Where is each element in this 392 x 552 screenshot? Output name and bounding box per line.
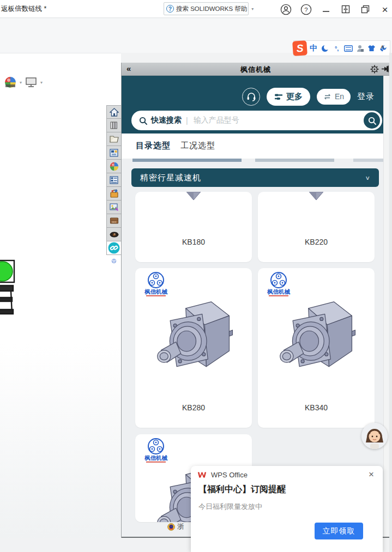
selection-tabs: 目录选型 工况选型 [122,134,383,159]
beian-label: 浙 [177,522,184,531]
ribbon-area: S 中 °, ^ [0,19,392,53]
assistant-avatar[interactable] [361,423,388,449]
product-card-kb220[interactable]: KB220 [258,192,375,262]
keyboard-icon[interactable] [343,43,353,54]
product-card-kb180[interactable]: KB180 [135,192,252,262]
taskpane-tab-custom-properties[interactable] [106,173,122,187]
svg-text:?: ? [304,6,307,13]
sogou-logo-icon[interactable]: S [292,40,307,56]
help-search-box[interactable]: ? 搜索 SOLIDWORKS 帮助 ▾ [164,2,249,15]
language-switch-button[interactable]: En [317,89,351,105]
tab-condition-selection[interactable]: 工况选型 [180,141,215,151]
ribbon-collapse-chevron[interactable]: ^ [381,44,384,52]
wps-popup-title: 【福利中心】订阅提醒 [198,484,286,495]
tile-windows-button[interactable] [339,3,352,16]
more-label: 更多 [286,92,303,102]
taskpane-tab-home[interactable] [106,105,122,119]
taskpane-tab-box-addin[interactable]: BOX [106,214,122,228]
claim-now-button[interactable]: 立即领取 [315,523,363,539]
user-account-button[interactable] [279,3,292,16]
panel-title: 枫信机械 [122,65,390,75]
wps-notification-popup: WPS Office × 【福利中心】订阅提醒 今日福利限量发放中 立即领取 [191,466,383,552]
plugin-header: 更多 En 登录 快速搜索 | 输入产品型号 [122,76,383,134]
taskpane-tab-toolbox[interactable] [106,187,122,201]
category-dropdown[interactable]: 精密行星减速机 ∨ [131,168,379,187]
appearance-sphere-icon[interactable] [4,76,16,88]
chevron-down-icon[interactable]: ▾ [251,7,254,11]
panel-scrollbar-track[interactable] [383,76,389,537]
restore-window-button[interactable] [359,3,372,16]
more-menu-button[interactable]: 更多 [267,88,310,106]
svg-text:BOX: BOX [112,221,116,223]
moon-icon[interactable] [320,43,330,54]
police-badge-icon [167,523,175,531]
search-divider: | [186,116,188,125]
help-circle-icon: ? [166,5,174,13]
search-submit-button[interactable] [364,112,380,129]
tab-catalog-selection[interactable]: 目录选型 [136,141,171,151]
chevron-down-icon[interactable]: ▾ [20,80,22,85]
cad-model-partial[interactable] [0,259,19,317]
quick-search-label: 快速搜索 [151,116,182,125]
help-search-placeholder: 搜索 SOLIDWORKS 帮助 [176,5,247,13]
window-right-edge [389,53,392,552]
ime-language-toggle[interactable]: 中 [308,43,318,54]
taskpane-tab-solidworks-content[interactable] [106,201,122,214]
product-model-label: KB280 [135,403,252,412]
product-model-label: KB180 [135,238,252,246]
wps-app-name: WPS Office [211,471,248,479]
help-button[interactable]: ? [299,3,312,16]
taskpane-tabstrip: BOX [106,105,122,267]
solidworks-window: 返板倍数链线 * ? 搜索 SOLIDWORKS 帮助 ▾ ? × S 中 [0,0,392,552]
title-bar: 返板倍数链线 * ? 搜索 SOLIDWORKS 帮助 ▾ ? × [0,0,392,18]
product-card-kb280[interactable]: 枫信机械 KB280 [135,268,252,428]
clipped-category-row [132,159,242,162]
login-button[interactable]: 登录 [357,92,375,102]
view-settings-toolbar: ▾ ▾ [4,76,43,88]
product-model-label: KB220 [258,238,375,246]
clipped-model-tip [309,192,323,202]
search-input-placeholder[interactable]: 输入产品型号 [194,116,364,125]
ime-punctuation-toggle[interactable]: °, [331,43,342,54]
panel-title-bar: « 枫信机械 [122,63,390,76]
taskpane-tab-fengxin-plugin-active[interactable] [106,241,122,255]
search-icon [368,117,376,125]
gearbox-render [273,288,359,375]
chevron-down-icon[interactable]: ▾ [40,80,43,85]
taskpane-tab-design-library[interactable] [106,119,122,132]
taskpane-tab-file-explorer[interactable] [106,132,122,146]
gearbox-render [150,288,237,375]
minimize-button[interactable] [319,3,333,16]
clipped-model-tip [186,192,201,202]
close-button[interactable]: × [378,3,391,16]
sogou-ime-toolbar: S 中 °, [293,40,390,56]
wps-popup-body: 今日福利限量发放中 [198,502,262,512]
search-icon [139,117,147,125]
gear-icon[interactable] [370,65,379,74]
pin-icon[interactable] [382,65,390,72]
graphics-viewport[interactable]: ▾ ▾ [0,53,121,538]
category-dropdown-value: 精密行星减速机 [140,173,365,183]
language-label: En [335,92,344,101]
taskpane-tab-view-palette[interactable] [106,146,122,160]
user-profile-icon[interactable] [355,43,365,54]
skin-shirt-icon[interactable] [366,43,377,54]
wps-logo-icon [197,471,207,479]
taskpane-tab-appearances[interactable] [106,160,122,173]
clipped-category-row [255,159,334,162]
product-search-bar[interactable]: 快速搜索 | 输入产品型号 [131,111,382,130]
taskpane-brand-logo [106,255,122,267]
taskpane-tab-eye-addin[interactable] [106,228,122,241]
document-title: 返板倍数链线 * [1,4,46,14]
close-icon[interactable]: × [369,469,374,480]
display-monitor-icon[interactable] [25,77,37,88]
active-tab-underline [136,86,171,87]
beian-footer[interactable]: 浙 [167,522,184,531]
product-model-label: KB340 [258,403,375,412]
product-card-kb340[interactable]: 枫信机械 KB340 [258,268,375,428]
support-headset-button[interactable] [242,88,260,106]
clipped-category-row [353,159,383,162]
wps-popup-header: WPS Office [197,471,248,479]
chevron-down-icon: ∨ [365,174,370,181]
